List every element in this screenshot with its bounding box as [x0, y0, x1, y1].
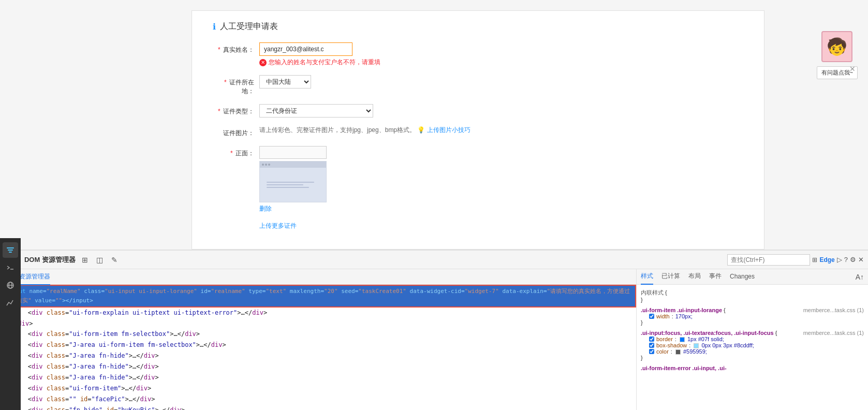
- form-panel: ℹ 人工受理申请表 * 真实姓名： ✕ 您输入的姓名与支付宝户名不符，请重填 *…: [192, 10, 764, 250]
- real-name-label: * 真实姓名：: [213, 42, 254, 54]
- devtools-edit-button[interactable]: ✎: [109, 255, 120, 265]
- rule1-selector: .ui-form-item .ui-input-lorange: [641, 307, 722, 313]
- devtools-body: DOM 资源管理器 <input name="realName" class="…: [0, 269, 868, 410]
- devtools-title: DOM 资源管理器: [24, 255, 76, 265]
- style-rule-2: .ui-input:focus, .ui-textarea:focus, .ui…: [641, 330, 864, 361]
- real-name-field: ✕ 您输入的姓名与支付宝户名不符，请重填: [259, 42, 743, 67]
- tab-layout[interactable]: 布局: [688, 269, 701, 285]
- devtools-search-area: ⊞ Edge ▷ ? ⚙ ✕: [727, 254, 864, 266]
- color-swatch[interactable]: [675, 349, 681, 355]
- real-name-error: ✕ 您输入的姓名与支付宝户名不符，请重填: [259, 58, 743, 67]
- devtools-arrow-icon[interactable]: ▷: [837, 256, 842, 263]
- cert-type-row: * 证件类型： 二代身份证: [213, 104, 743, 118]
- form-title-text: 人工受理申请表: [220, 21, 278, 32]
- required-star: *: [218, 46, 220, 53]
- dom-panel[interactable]: DOM 资源管理器 <input name="realName" class="…: [0, 269, 637, 410]
- front-field: 删除: [259, 146, 743, 213]
- chat-widget: ✕ 🧒 有问题点我~: [817, 31, 858, 79]
- cert-image-field: 请上传彩色、完整证件图片，支持jpg、jpeg、bmp格式。 💡 上传图片小技巧: [259, 126, 743, 135]
- dom-row[interactable]: ▶ <div class="fn-hide" id="huKouPic">…</…: [0, 405, 636, 410]
- dom-row[interactable]: ▶ <div class="J-area ui-form-item fm-sel…: [0, 340, 636, 350]
- dom-row[interactable]: ▶ <div class="ui-form-item fm-selectbox"…: [0, 329, 636, 340]
- upload-more-row: 上传更多证件: [213, 222, 743, 230]
- rule1-prop-width: width : 170px;: [641, 313, 864, 319]
- styles-panel-wrapper: 样式 已计算 布局 事件 Changes A↑ 内联样式 { }: [637, 269, 868, 410]
- form-title: ℹ 人工受理申请表: [213, 21, 743, 32]
- cert-image-label: 证件图片：: [213, 126, 254, 138]
- svg-rect-0: [7, 247, 14, 248]
- real-name-row: * 真实姓名： ✕ 您输入的姓名与支付宝户名不符，请重填: [213, 42, 743, 67]
- dom-row[interactable]: ▶ <div class="ui-form-explain ui-tiptext…: [0, 307, 636, 318]
- upload-tips-link[interactable]: 上传图片小技巧: [427, 126, 470, 134]
- rule2-boxshadow-checkbox[interactable]: [649, 343, 654, 348]
- dom-row[interactable]: ▶ <div class="J-area fn-hide">…</div>: [0, 372, 636, 383]
- cert-location-select[interactable]: 中国大陆: [259, 75, 311, 89]
- style-rule-1: .ui-form-item .ui-input-lorange memberce…: [641, 307, 864, 326]
- sidebar-console-icon[interactable]: [3, 260, 18, 275]
- devtools-dom-tabs: DOM 资源管理器: [0, 269, 636, 285]
- rule1-prop-width-checkbox[interactable]: [649, 314, 654, 319]
- devtools-settings-icon[interactable]: ⚙: [850, 256, 856, 263]
- real-name-input[interactable]: [259, 42, 352, 56]
- chat-close-button[interactable]: ✕: [849, 65, 856, 73]
- rule2-prop-border: border : 1px #07f solid;: [641, 336, 864, 342]
- cert-location-field: 中国大陆: [259, 75, 743, 89]
- rule3-selector: .ui-form-item-error .ui-input, .ui-: [641, 365, 727, 371]
- error-icon: ✕: [259, 59, 267, 66]
- rule2-selector: .ui-input:focus, .ui-textarea:focus, .ui…: [641, 330, 774, 336]
- style-rule-3: .ui-form-item-error .ui-input, .ui-: [641, 365, 864, 371]
- svg-rect-1: [8, 250, 13, 251]
- devtools-inspect-button[interactable]: ◫: [94, 255, 105, 265]
- cert-location-label: * 证件所在地：: [213, 75, 254, 96]
- devtools-toolbar: F12 DOM 资源管理器 ⊞ ◫ ✎ ⊞ Edge ▷ ? ⚙ ✕: [0, 251, 868, 269]
- devtools-help-icon[interactable]: ?: [844, 256, 848, 263]
- cert-type-field: 二代身份证: [259, 104, 743, 118]
- rule2-source[interactable]: memberce...task.css (1): [803, 330, 864, 336]
- sidebar-performance-icon[interactable]: [3, 295, 18, 311]
- tab-computed[interactable]: 已计算: [661, 269, 680, 285]
- dom-row[interactable]: ▶ <div class="J-area fn-hide">…</div>: [0, 350, 636, 361]
- sidebar-dom-icon[interactable]: [3, 242, 18, 258]
- upload-placeholder[interactable]: [259, 146, 327, 159]
- cert-location-row: * 证件所在地： 中国大陆: [213, 75, 743, 96]
- devtools-browser-label: Edge: [819, 256, 834, 263]
- rule2-border-checkbox[interactable]: [649, 336, 654, 342]
- avatar-image: 🧒: [827, 37, 847, 56]
- tab-styles[interactable]: 样式: [641, 269, 653, 285]
- rule2-color-checkbox[interactable]: [649, 349, 654, 354]
- devtools-search-input[interactable]: [727, 254, 810, 266]
- tab-events[interactable]: 事件: [709, 269, 722, 285]
- boxshadow-color-swatch[interactable]: [694, 343, 699, 348]
- left-sidebar: [0, 238, 21, 410]
- dom-row[interactable]: ▶ <div class="ui-form-item">…</div>: [0, 383, 636, 394]
- cert-type-select[interactable]: 二代身份证: [259, 104, 373, 118]
- devtools-select-button[interactable]: ⊞: [80, 255, 90, 265]
- devtools-panel: F12 DOM 资源管理器 ⊞ ◫ ✎ ⊞ Edge ▷ ? ⚙ ✕ DOM 资…: [0, 250, 868, 410]
- styles-content: 内联样式 { } .ui-form-item .ui-input-lorange…: [637, 285, 868, 379]
- delete-link[interactable]: 删除: [259, 204, 743, 213]
- dom-highlighted-row[interactable]: <input name="realName" class="ui-input u…: [0, 285, 636, 307]
- info-icon: ℹ: [213, 22, 216, 32]
- inline-styles-label: 内联样式: [641, 289, 664, 296]
- inline-style-rule: 内联样式 { }: [641, 289, 864, 303]
- chat-avatar: 🧒: [821, 31, 852, 62]
- dom-row[interactable]: ▶ <div class="J-area fn-hide">…</div>: [0, 361, 636, 372]
- main-content: ℹ 人工受理申请表 * 真实姓名： ✕ 您输入的姓名与支付宝户名不符，请重填 *…: [0, 0, 868, 410]
- tab-changes[interactable]: Changes: [730, 270, 755, 284]
- upload-more-link[interactable]: 上传更多证件: [259, 222, 297, 229]
- cert-type-label: * 证件类型：: [213, 104, 254, 116]
- styles-tabs: 样式 已计算 布局 事件 Changes A↑: [637, 269, 868, 285]
- cert-image-desc: 请上传彩色、完整证件图片，支持jpg、jpeg、bmp格式。: [259, 123, 416, 134]
- dom-row[interactable]: ▶ <div class="" id="facePic">…</div>: [0, 394, 636, 405]
- font-size-icon[interactable]: A↑: [856, 273, 864, 281]
- upload-image-preview: [259, 161, 327, 202]
- front-row: * 正面：: [213, 146, 743, 213]
- rule2-prop-boxshadow: box-shadow : 0px 0px 3px #8cddff;: [641, 342, 864, 348]
- cert-image-row: 证件图片： 请上传彩色、完整证件图片，支持jpg、jpeg、bmp格式。 💡 上…: [213, 126, 743, 138]
- rule1-source[interactable]: memberce...task.css (1): [803, 307, 864, 313]
- front-label: * 正面：: [213, 146, 254, 158]
- sidebar-network-icon[interactable]: [3, 277, 18, 293]
- dom-row[interactable]: </div>: [0, 318, 636, 329]
- border-color-swatch[interactable]: [680, 337, 685, 342]
- devtools-close-icon[interactable]: ✕: [858, 256, 864, 263]
